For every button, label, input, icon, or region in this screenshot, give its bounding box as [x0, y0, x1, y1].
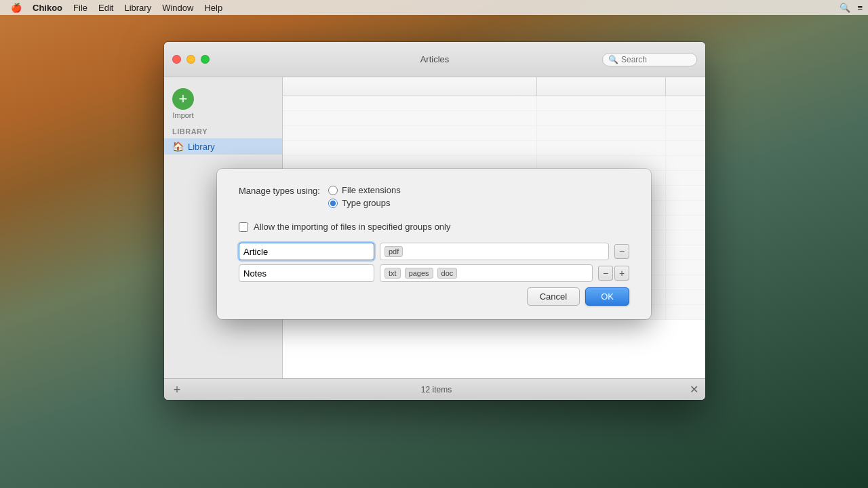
ext-tag-pages: pages	[405, 268, 433, 279]
allow-import-row: Allow the importing of files in specifie…	[239, 222, 629, 232]
ext-tag-pdf: pdf	[384, 246, 403, 257]
type-groups-row: Type groups	[328, 198, 401, 208]
file-extensions-label: File extensions	[342, 185, 401, 195]
notes-action-buttons: − +	[598, 266, 629, 281]
type-rows-container: pdf − txt pages doc − +	[239, 243, 629, 282]
allow-import-checkbox[interactable]	[239, 222, 248, 232]
ext-tag-txt: txt	[384, 268, 401, 279]
type-name-input-notes[interactable]	[239, 264, 374, 282]
dialog-buttons: Cancel OK	[239, 287, 629, 306]
type-groups-radio[interactable]	[328, 199, 338, 208]
remove-article-button[interactable]: −	[614, 244, 629, 259]
ext-display-notes: txt pages doc	[380, 264, 593, 282]
file-extensions-row: File extensions	[328, 185, 401, 195]
manage-types-label: Manage types using:	[239, 185, 320, 196]
type-groups-label: Type groups	[342, 198, 391, 208]
add-notes-button[interactable]: +	[614, 266, 629, 281]
ok-button[interactable]: OK	[585, 287, 629, 306]
ext-display-article: pdf	[380, 243, 609, 260]
allow-import-label: Allow the importing of files in specifie…	[254, 222, 450, 232]
dialog: Manage types using: File extensions Type…	[217, 169, 651, 319]
type-name-input-article[interactable]	[239, 243, 374, 260]
type-row-article: pdf −	[239, 243, 629, 260]
remove-notes-button[interactable]: −	[598, 266, 613, 281]
type-row-notes: txt pages doc − +	[239, 264, 629, 282]
modal-overlay: Manage types using: File extensions Type…	[0, 0, 868, 488]
file-extensions-radio[interactable]	[328, 186, 338, 195]
manage-types-section: Manage types using: File extensions Type…	[239, 185, 629, 208]
cancel-button[interactable]: Cancel	[527, 287, 580, 306]
ext-tag-doc: doc	[437, 268, 458, 279]
radio-group: File extensions Type groups	[328, 185, 401, 208]
